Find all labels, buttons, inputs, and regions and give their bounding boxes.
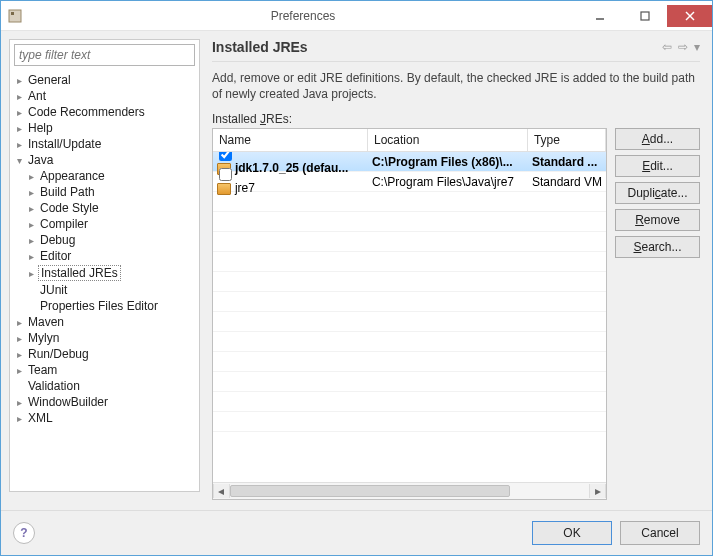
tree-item[interactable]: Properties Files Editor: [10, 298, 199, 314]
tree-item[interactable]: Team: [10, 362, 199, 378]
tree-item[interactable]: Code Recommenders: [10, 104, 199, 120]
close-button[interactable]: [667, 5, 712, 27]
tree-item-label: Build Path: [38, 185, 97, 199]
table-row: [213, 292, 606, 312]
expand-icon[interactable]: [12, 123, 26, 134]
tree-item-label: Ant: [26, 89, 48, 103]
expand-icon[interactable]: [12, 107, 26, 118]
duplicate-button[interactable]: Duplicate...: [615, 182, 700, 204]
tree-item[interactable]: Code Style: [10, 200, 199, 216]
tree-item-label: Code Recommenders: [26, 105, 147, 119]
tree-item[interactable]: Ant: [10, 88, 199, 104]
tree-item-label: Properties Files Editor: [38, 299, 160, 313]
window-title: Preferences: [29, 9, 577, 23]
ok-button[interactable]: OK: [532, 521, 612, 545]
expand-icon[interactable]: [24, 268, 38, 279]
scroll-right-icon[interactable]: ▸: [589, 484, 606, 498]
tree-item[interactable]: XML: [10, 410, 199, 426]
scroll-thumb[interactable]: [230, 485, 510, 497]
expand-icon[interactable]: [12, 155, 26, 166]
table-row: [213, 312, 606, 332]
tree-item-label: Debug: [38, 233, 77, 247]
tree-item[interactable]: General: [10, 72, 199, 88]
jre-icon: [217, 183, 231, 195]
expand-icon[interactable]: [12, 75, 26, 86]
footer: ? OK Cancel: [1, 510, 712, 555]
scroll-left-icon[interactable]: ◂: [213, 484, 230, 498]
tree-item-label: Installed JREs: [38, 265, 121, 281]
table-row: [213, 272, 606, 292]
minimize-button[interactable]: [577, 5, 622, 27]
expand-icon[interactable]: [12, 333, 26, 344]
expand-icon[interactable]: [24, 187, 38, 198]
col-location[interactable]: Location: [368, 129, 528, 151]
cancel-button[interactable]: Cancel: [620, 521, 700, 545]
description-text: Add, remove or edit JRE definitions. By …: [212, 70, 700, 102]
tree-item[interactable]: Install/Update: [10, 136, 199, 152]
expand-icon[interactable]: [12, 397, 26, 408]
edit-button[interactable]: Edit...: [615, 155, 700, 177]
table-row: [213, 332, 606, 352]
maximize-button[interactable]: [622, 5, 667, 27]
col-name[interactable]: Name: [213, 129, 368, 151]
jre-table[interactable]: Name Location Type jdk1.7.0_25 (defau...…: [212, 128, 607, 500]
table-row: [213, 232, 606, 252]
expand-icon[interactable]: [12, 413, 26, 424]
svg-rect-0: [9, 10, 21, 22]
expand-icon[interactable]: [12, 139, 26, 150]
horizontal-scrollbar[interactable]: ◂ ▸: [213, 482, 606, 499]
tree-item-label: Mylyn: [26, 331, 61, 345]
jre-checkbox[interactable]: [219, 168, 232, 181]
tree-item[interactable]: Validation: [10, 378, 199, 394]
tree-item-label: Maven: [26, 315, 66, 329]
tree-item[interactable]: Mylyn: [10, 330, 199, 346]
svg-rect-1: [11, 12, 14, 15]
help-button[interactable]: ?: [13, 522, 35, 544]
expand-icon[interactable]: [12, 91, 26, 102]
tree-item-label: WindowBuilder: [26, 395, 110, 409]
expand-icon[interactable]: [12, 317, 26, 328]
expand-icon[interactable]: [12, 349, 26, 360]
expand-icon[interactable]: [24, 203, 38, 214]
tree-item[interactable]: Build Path: [10, 184, 199, 200]
col-type[interactable]: Type: [528, 129, 606, 151]
remove-button[interactable]: Remove: [615, 209, 700, 231]
tree-item[interactable]: Installed JREs: [10, 264, 199, 282]
dropdown-icon[interactable]: ▾: [694, 40, 700, 54]
table-row[interactable]: jre7C:\Program Files\Java\jre7Standard V…: [213, 172, 606, 192]
tree-item[interactable]: JUnit: [10, 282, 199, 298]
jre-location: C:\Program Files (x86)\...: [368, 155, 528, 169]
nav-tree[interactable]: GeneralAntCode RecommendersHelpInstall/U…: [10, 70, 199, 491]
tree-item-label: Team: [26, 363, 59, 377]
expand-icon[interactable]: [24, 171, 38, 182]
tree-item-label: General: [26, 73, 73, 87]
expand-icon[interactable]: [12, 365, 26, 376]
tree-item[interactable]: WindowBuilder: [10, 394, 199, 410]
filter-input[interactable]: [14, 44, 195, 66]
tree-item[interactable]: Run/Debug: [10, 346, 199, 362]
jre-checkbox[interactable]: [219, 152, 232, 161]
table-row: [213, 192, 606, 212]
expand-icon[interactable]: [24, 219, 38, 230]
tree-item[interactable]: Compiler: [10, 216, 199, 232]
jre-type: Standard VM: [528, 175, 606, 189]
table-row: [213, 252, 606, 272]
search-button[interactable]: Search...: [615, 236, 700, 258]
tree-item[interactable]: Java: [10, 152, 199, 168]
table-header: Name Location Type: [213, 129, 606, 152]
tree-item[interactable]: Help: [10, 120, 199, 136]
forward-icon[interactable]: ⇨: [678, 40, 688, 54]
expand-icon[interactable]: [24, 251, 38, 262]
content-pane: Installed JREs ⇦ ⇨ ▾ Add, remove or edit…: [200, 31, 712, 500]
jre-type: Standard ...: [528, 155, 606, 169]
expand-icon[interactable]: [24, 235, 38, 246]
tree-item[interactable]: Debug: [10, 232, 199, 248]
tree-item[interactable]: Appearance: [10, 168, 199, 184]
table-label: Installed JREs:: [212, 112, 700, 126]
table-body: jdk1.7.0_25 (defau...C:\Program Files (x…: [213, 152, 606, 482]
add-button[interactable]: Add...: [615, 128, 700, 150]
tree-item[interactable]: Maven: [10, 314, 199, 330]
tree-item[interactable]: Editor: [10, 248, 199, 264]
table-row: [213, 352, 606, 372]
back-icon[interactable]: ⇦: [662, 40, 672, 54]
